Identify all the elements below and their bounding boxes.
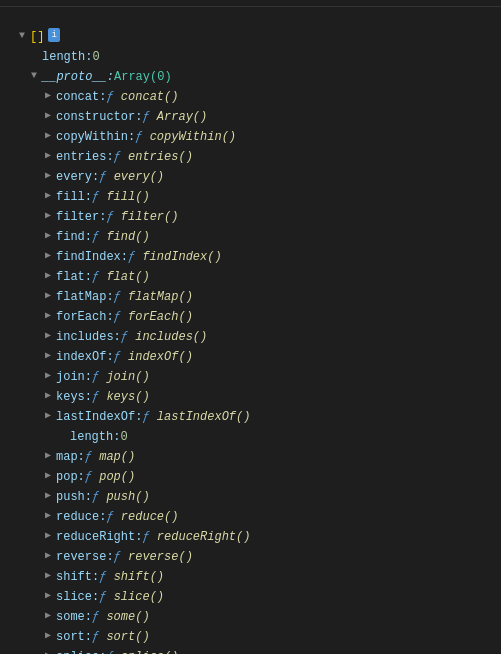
list-item[interactable]: slice: ƒ slice() xyxy=(0,587,501,607)
line-content: constructor: ƒ Array() xyxy=(56,108,207,126)
list-item[interactable]: indexOf: ƒ indexOf() xyxy=(0,347,501,367)
expand-icon[interactable] xyxy=(42,270,54,282)
expand-icon[interactable] xyxy=(42,630,54,642)
list-item[interactable]: splice: ƒ splice() xyxy=(0,647,501,654)
list-item[interactable]: map: ƒ map() xyxy=(0,447,501,467)
list-item[interactable]: entries: ƒ entries() xyxy=(0,147,501,167)
property-value: ƒ filter() xyxy=(106,208,178,226)
expand-icon[interactable] xyxy=(42,190,54,202)
property-value: ƒ sort() xyxy=(92,628,150,646)
property-key: indexOf: xyxy=(56,348,114,366)
property-value: ƒ some() xyxy=(92,608,150,626)
list-item[interactable]: shift: ƒ shift() xyxy=(0,567,501,587)
property-key: flat: xyxy=(56,268,92,286)
property-value: ƒ join() xyxy=(92,368,150,386)
expand-icon[interactable] xyxy=(42,510,54,522)
property-value: ƒ shift() xyxy=(99,568,164,586)
line-content: splice: ƒ splice() xyxy=(56,648,178,654)
expand-icon[interactable] xyxy=(42,150,54,162)
list-item[interactable]: flat: ƒ flat() xyxy=(0,267,501,287)
line-content: map: ƒ map() xyxy=(56,448,135,466)
expand-icon[interactable] xyxy=(42,550,54,562)
list-item[interactable]: every: ƒ every() xyxy=(0,167,501,187)
property-value: 0 xyxy=(120,428,127,446)
line-content: keys: ƒ keys() xyxy=(56,388,150,406)
expand-icon[interactable] xyxy=(42,470,54,482)
list-item[interactable]: find: ƒ find() xyxy=(0,227,501,247)
array-root-line[interactable]: [] i xyxy=(0,27,501,47)
list-item[interactable]: reverse: ƒ reverse() xyxy=(0,547,501,567)
property-key: flatMap: xyxy=(56,288,114,306)
line-content: length: 0 xyxy=(70,428,128,446)
list-item[interactable]: pop: ƒ pop() xyxy=(0,467,501,487)
property-value: ƒ map() xyxy=(85,448,135,466)
list-item[interactable]: push: ƒ push() xyxy=(0,487,501,507)
expand-icon[interactable] xyxy=(42,130,54,142)
expand-icon[interactable] xyxy=(42,390,54,402)
property-key: slice: xyxy=(56,588,99,606)
property-key: findIndex: xyxy=(56,248,128,266)
list-item[interactable]: __proto__: Array(0) xyxy=(0,67,501,87)
expand-icon[interactable] xyxy=(42,490,54,502)
list-item[interactable]: copyWithin: ƒ copyWithin() xyxy=(0,127,501,147)
line-content: every: ƒ every() xyxy=(56,168,164,186)
expand-icon[interactable] xyxy=(42,210,54,222)
expand-icon[interactable] xyxy=(42,230,54,242)
length-key: length: xyxy=(42,48,92,66)
property-key: map: xyxy=(56,448,85,466)
list-item[interactable]: some: ƒ some() xyxy=(0,607,501,627)
line-content: length: 0 xyxy=(42,48,100,66)
list-item[interactable]: findIndex: ƒ findIndex() xyxy=(0,247,501,267)
expand-icon[interactable] xyxy=(42,410,54,422)
line-content: entries: ƒ entries() xyxy=(56,148,193,166)
line-content: flat: ƒ flat() xyxy=(56,268,150,286)
list-item[interactable]: filter: ƒ filter() xyxy=(0,207,501,227)
expand-icon[interactable] xyxy=(42,590,54,602)
array-expand-icon[interactable] xyxy=(16,30,28,42)
property-value: ƒ find() xyxy=(92,228,150,246)
line-content: pop: ƒ pop() xyxy=(56,468,135,486)
expand-icon[interactable] xyxy=(28,70,40,82)
list-item[interactable]: lastIndexOf: ƒ lastIndexOf() xyxy=(0,407,501,427)
line-content: concat: ƒ concat() xyxy=(56,88,178,106)
array-type-icon: i xyxy=(48,28,59,42)
list-item[interactable]: constructor: ƒ Array() xyxy=(0,107,501,127)
list-item[interactable]: reduceRight: ƒ reduceRight() xyxy=(0,527,501,547)
line-content: fill: ƒ fill() xyxy=(56,188,150,206)
expand-icon[interactable] xyxy=(42,250,54,262)
list-item[interactable]: flatMap: ƒ flatMap() xyxy=(0,287,501,307)
list-item[interactable]: forEach: ƒ forEach() xyxy=(0,307,501,327)
line-content: lastIndexOf: ƒ lastIndexOf() xyxy=(56,408,250,426)
expand-icon[interactable] xyxy=(42,330,54,342)
expand-icon[interactable] xyxy=(42,610,54,622)
property-key: every: xyxy=(56,168,99,186)
expand-icon[interactable] xyxy=(42,90,54,102)
expand-icon[interactable] xyxy=(42,370,54,382)
top-bar xyxy=(0,2,501,7)
list-item[interactable]: reduce: ƒ reduce() xyxy=(0,507,501,527)
expand-icon[interactable] xyxy=(42,310,54,322)
line-content: flatMap: ƒ flatMap() xyxy=(56,288,193,306)
property-value: ƒ flat() xyxy=(92,268,150,286)
line-content: includes: ƒ includes() xyxy=(56,328,207,346)
property-value: ƒ keys() xyxy=(92,388,150,406)
console-container: [] i length: 0__proto__: Array(0)concat:… xyxy=(0,0,501,654)
expand-icon[interactable] xyxy=(42,110,54,122)
list-item[interactable]: join: ƒ join() xyxy=(0,367,501,387)
list-item[interactable]: keys: ƒ keys() xyxy=(0,387,501,407)
expand-icon[interactable] xyxy=(42,350,54,362)
list-item: length: 0 xyxy=(0,427,501,447)
property-value: Array(0) xyxy=(114,68,172,86)
expand-icon[interactable] xyxy=(42,290,54,302)
expand-icon[interactable] xyxy=(42,570,54,582)
list-item[interactable]: sort: ƒ sort() xyxy=(0,627,501,647)
list-item[interactable]: concat: ƒ concat() xyxy=(0,87,501,107)
expand-icon[interactable] xyxy=(42,650,54,654)
list-item[interactable]: fill: ƒ fill() xyxy=(0,187,501,207)
list-item[interactable]: includes: ƒ includes() xyxy=(0,327,501,347)
expand-icon[interactable] xyxy=(42,170,54,182)
expand-icon[interactable] xyxy=(42,530,54,542)
line-content: push: ƒ push() xyxy=(56,488,150,506)
expand-icon[interactable] xyxy=(42,450,54,462)
line-content: find: ƒ find() xyxy=(56,228,150,246)
